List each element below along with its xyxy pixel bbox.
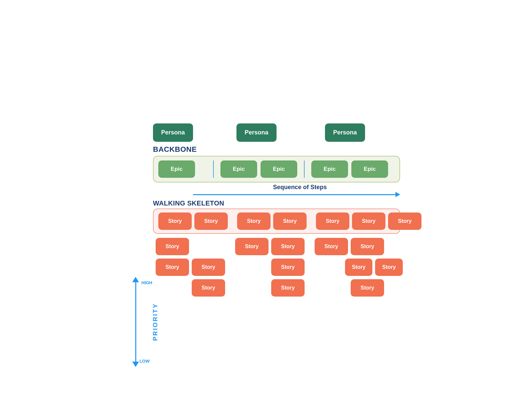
- skeleton-story-6: Story: [352, 213, 385, 230]
- skeleton-story-4: Story: [273, 213, 307, 230]
- stories-area: Story Story Story Story Story Story: [153, 236, 400, 297]
- epic-card-4: Epic: [311, 160, 348, 178]
- story-map-diagram: Persona Persona Persona BACKBONE Epic Ep…: [113, 123, 400, 297]
- story-col1-r2a: Story: [156, 259, 189, 276]
- walking-skeleton-label: WALKING SKELETON: [153, 199, 400, 207]
- skeleton-band: Story Story Story Story Story Story Stor…: [153, 208, 400, 234]
- high-label: HIGH: [142, 280, 153, 285]
- story-col2-r1b: Story: [271, 238, 305, 255]
- persona-card-3: Persona: [325, 123, 365, 142]
- stories-col-3: Story Story Story Story Story: [312, 238, 405, 297]
- arrow-down-icon: [132, 362, 139, 367]
- story-col1-r2b: Story: [192, 259, 225, 276]
- story-col1-r3: Story: [192, 279, 225, 297]
- low-label: LOW: [140, 359, 150, 364]
- skeleton-story-2: Story: [194, 213, 228, 230]
- epic-card-5: Epic: [351, 160, 388, 178]
- story-col2-r2: Story: [271, 259, 305, 276]
- sequence-label: Sequence of Steps: [200, 184, 400, 191]
- persona-card-2: Persona: [236, 123, 277, 142]
- stories-col-1: Story Story Story Story: [153, 238, 230, 297]
- epic-card-1: Epic: [158, 160, 195, 178]
- skeleton-story-5: Story: [316, 213, 349, 230]
- story-col2-r3: Story: [271, 279, 305, 297]
- story-col1-r1: Story: [156, 238, 189, 255]
- story-col3-r3: Story: [351, 279, 384, 297]
- stories-col-2: Story Story Story Story: [232, 238, 309, 297]
- epic-card-3: Epic: [261, 160, 297, 178]
- backbone-label: BACKBONE: [153, 145, 400, 154]
- story-col2-r1a: Story: [235, 238, 269, 255]
- story-col3-r1b: Story: [351, 238, 384, 255]
- story-col3-r2a: Story: [345, 259, 373, 276]
- persona-row: Persona Persona Persona: [153, 123, 400, 142]
- arrow-up-icon: [132, 277, 139, 282]
- skeleton-story-7: Story: [388, 213, 421, 230]
- sequence-arrow: [193, 191, 400, 198]
- skeleton-story-3: Story: [237, 213, 271, 230]
- persona-card-1: Persona: [153, 123, 193, 142]
- skeleton-col-1: Story Story: [158, 213, 228, 230]
- skeleton-col-2: Story Story: [237, 213, 307, 230]
- priority-label: PRIORITY: [152, 303, 159, 341]
- skeleton-col-3: Story Story Story: [316, 213, 421, 230]
- story-col3-r2b: Story: [375, 259, 403, 276]
- priority-arrow: HIGH LOW PRIORITY: [132, 277, 139, 367]
- epic-card-2: Epic: [220, 160, 257, 178]
- backbone-band: Epic Epic Epic Epic Epic: [153, 156, 400, 182]
- skeleton-story-1: Story: [158, 213, 192, 230]
- story-col3-r1a: Story: [315, 238, 348, 255]
